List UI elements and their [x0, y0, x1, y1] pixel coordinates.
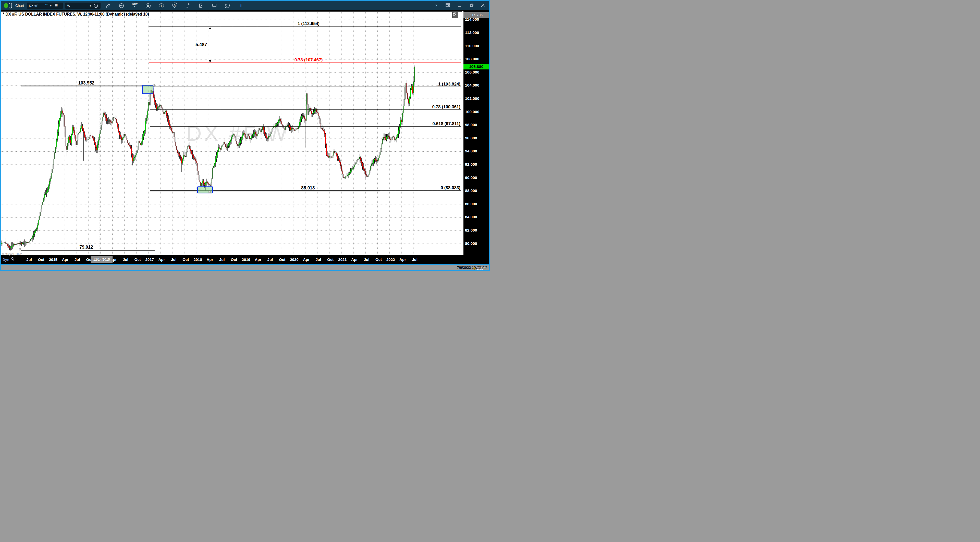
- time-tick: Oct: [183, 255, 189, 264]
- time-tick: Oct: [279, 255, 285, 264]
- symbol-badge: 10: [45, 3, 48, 6]
- chart-content: DX #F W1 (112.954)0.78 (107.467)5.4871 (…: [1, 10, 489, 255]
- time-tick: Jul: [412, 255, 417, 264]
- time-tick: 2022: [387, 255, 395, 264]
- twitter-icon[interactable]: [224, 3, 231, 9]
- toolbar-icons: GET ▼ B T A▼ f: [105, 3, 244, 9]
- svg-text:103.952: 103.952: [78, 80, 94, 86]
- price-tick: 82.000: [465, 228, 477, 233]
- price-tick: 104.000: [465, 83, 479, 88]
- svg-text:0.78 (107.467): 0.78 (107.467): [294, 57, 323, 62]
- time-tick: Apr: [159, 255, 165, 264]
- time-tick: Apr: [207, 255, 213, 264]
- crosshair-date-badge: 12/14/2015: [91, 256, 113, 263]
- time-tick: Jul: [123, 255, 128, 264]
- chart-plot-area[interactable]: DX #F W1 (112.954)0.78 (107.467)5.4871 (…: [1, 11, 462, 255]
- news-note-icon[interactable]: [198, 3, 204, 9]
- time-tick: 2018: [193, 255, 202, 264]
- price-tick: 106.000: [465, 70, 479, 75]
- window-menu-icon[interactable]: [445, 3, 450, 8]
- time-template-icon[interactable]: T: [158, 3, 164, 9]
- svg-text:0 (88.083): 0 (88.083): [441, 185, 461, 190]
- pencil-icon[interactable]: [105, 3, 111, 9]
- time-tick: 2015: [49, 255, 57, 264]
- price-tick: 92.000: [465, 162, 477, 167]
- minimize-button[interactable]: [457, 3, 462, 8]
- time-tick: 2019: [242, 255, 250, 264]
- price-tick: 84.000: [465, 215, 477, 219]
- price-tick: 94.000: [465, 149, 477, 153]
- close-button[interactable]: [480, 3, 485, 8]
- analytics-icon[interactable]: A▼: [172, 3, 178, 9]
- price-tick: 80.000: [465, 241, 477, 246]
- symbol-input[interactable]: DX #F 10 ▼ ☰: [27, 3, 63, 9]
- bar-type-icon[interactable]: B: [145, 3, 151, 9]
- logo-oval-green: [4, 3, 8, 8]
- lock-icon[interactable]: [11, 257, 14, 263]
- time-tick: Oct: [327, 255, 334, 264]
- get-label: GET: [132, 3, 138, 6]
- price-tick: 110.000: [465, 44, 479, 48]
- facebook-icon[interactable]: f: [238, 3, 244, 9]
- time-tick: Jul: [219, 255, 225, 264]
- chevron-down-icon[interactable]: ▼: [89, 4, 92, 7]
- get-button[interactable]: GET ▼: [132, 3, 138, 9]
- price-tick: 112.000: [465, 30, 479, 35]
- svg-text:88.013: 88.013: [301, 185, 315, 190]
- svg-text:1 (112.954): 1 (112.954): [298, 21, 320, 26]
- time-tick: Jul: [315, 255, 321, 264]
- help-button[interactable]: ?: [433, 3, 438, 8]
- price-tick: 102.000: [465, 96, 479, 101]
- price-tick: 86.000: [465, 202, 477, 206]
- sort-arrows-icon[interactable]: [185, 3, 191, 9]
- time-tick: Jul: [364, 255, 369, 264]
- time-tick: Jul: [267, 255, 273, 264]
- dyn-mode[interactable]: Dyn: [3, 255, 14, 264]
- price-tick: 108.000: [465, 57, 479, 61]
- candlestick-chart[interactable]: DX #F W1 (112.954)0.78 (107.467)5.4871 (…: [1, 11, 462, 256]
- candles-layer: [1, 65, 414, 250]
- copyright-label: © eSignal, 2022: [2, 252, 22, 255]
- restore-button[interactable]: [469, 3, 474, 8]
- clock-icon[interactable]: [93, 3, 99, 9]
- time-tick: Jul: [26, 255, 32, 264]
- esignal-logo-icon: [4, 3, 12, 8]
- status-bar: 7/6/2022 10:29 AM SiNO SOUND 環聲集團: [1, 265, 489, 270]
- time-tick: 2020: [290, 255, 298, 264]
- watermark-diamond-icon: [473, 267, 476, 270]
- chevron-down-icon: ▼: [134, 6, 136, 8]
- svg-text:0.78 (100.361): 0.78 (100.361): [432, 104, 460, 109]
- interval-value: W: [67, 4, 70, 8]
- price-tick: 96.000: [465, 136, 477, 140]
- time-tick: Jul: [171, 255, 177, 264]
- price-tick: 114.000: [465, 17, 479, 22]
- price-tick: 100.000: [465, 110, 479, 114]
- time-axis[interactable]: Dyn JulOct2015AprJulOct2016AprJulOct2017…: [1, 255, 489, 264]
- time-tick: 2017: [145, 255, 154, 264]
- time-tick: 2021: [338, 255, 347, 264]
- price-axis[interactable]: 114.705 106.880 114.000112.000110.000108…: [462, 11, 489, 255]
- menu-icon[interactable]: ☰: [55, 4, 58, 7]
- time-tick: Apr: [303, 255, 310, 264]
- time-tick: Apr: [255, 255, 261, 264]
- price-tick: 88.000: [465, 188, 477, 193]
- chart-restore-icon[interactable]: [452, 12, 458, 18]
- price-tick: 90.000: [465, 175, 477, 180]
- time-tick: Oct: [231, 255, 237, 264]
- svg-text:79.012: 79.012: [80, 245, 93, 250]
- time-tick: Apr: [62, 255, 68, 264]
- time-tick: Oct: [38, 255, 45, 264]
- price-tick: 98.000: [465, 123, 477, 127]
- chart-title: * DX #F, US DOLLAR INDEX FUTURES, W, 12:…: [3, 12, 149, 17]
- chat-bubble-icon[interactable]: [211, 3, 218, 9]
- window-controls: ?: [433, 1, 485, 10]
- watermark: SiNO SOUND 環聲集團: [473, 266, 487, 270]
- chart-window: Chart DX #F 10 ▼ ☰ W ▼ GET ▼: [0, 0, 490, 271]
- time-tick: Apr: [399, 255, 406, 264]
- svg-text:5.487: 5.487: [196, 42, 207, 47]
- dyn-label: Dyn: [3, 258, 9, 262]
- indicator-icon[interactable]: [118, 3, 124, 9]
- chevron-down-icon[interactable]: ▼: [49, 4, 52, 7]
- interval-select[interactable]: W ▼: [65, 3, 100, 9]
- symbol-value: DX #F: [29, 4, 38, 8]
